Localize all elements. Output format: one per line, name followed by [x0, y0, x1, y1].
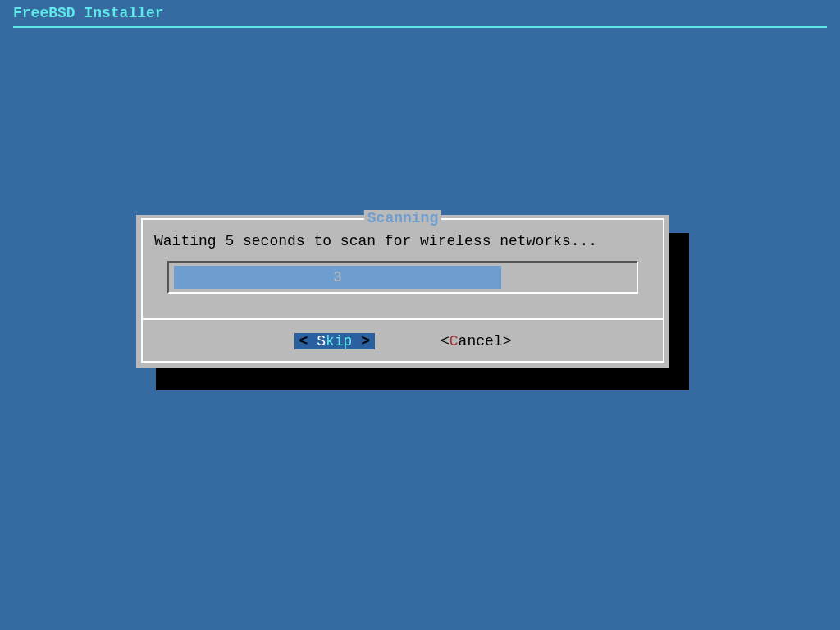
skip-rest: kip [326, 333, 352, 349]
progress-value: 3 [333, 269, 342, 285]
cancel-rest: ancel [459, 333, 503, 349]
skip-button[interactable]: < Skip > [294, 333, 375, 349]
cancel-button[interactable]: <Cancel> [441, 333, 511, 349]
dialog-message: Waiting 5 seconds to scan for wireless n… [151, 233, 655, 261]
cancel-hotkey: C [450, 333, 459, 349]
cancel-close-bracket: > [503, 333, 512, 349]
progress-bar: 3 [167, 261, 638, 294]
skip-hotkey: S [317, 333, 326, 349]
progress-fill: 3 [174, 266, 501, 289]
dialog-frame: Scanning Waiting 5 seconds to scan for w… [141, 218, 664, 363]
cancel-open-bracket: < [441, 333, 450, 349]
header-divider [13, 26, 827, 28]
installer-title: FreeBSD Installer [0, 0, 840, 23]
skip-open-bracket: < [299, 333, 317, 349]
dialog-body: Waiting 5 seconds to scan for wireless n… [143, 220, 663, 318]
skip-close-bracket: > [352, 333, 370, 349]
dialog-title: Scanning [364, 210, 441, 226]
button-row: < Skip > <Cancel> [143, 318, 663, 361]
scanning-dialog: Scanning Waiting 5 seconds to scan for w… [136, 215, 669, 368]
